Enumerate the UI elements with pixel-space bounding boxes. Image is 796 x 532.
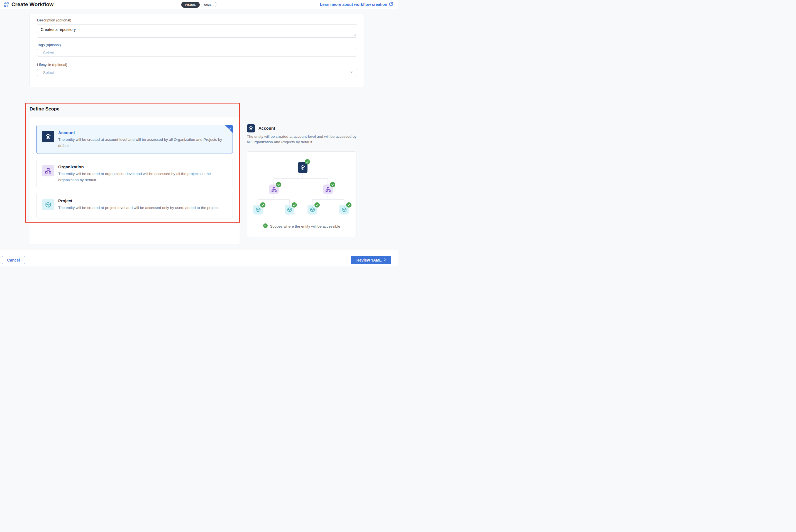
green-check-badge: [314, 202, 320, 208]
detail-title: Account: [258, 126, 275, 131]
visual-yaml-toggle: VISUAL YAML: [181, 2, 216, 7]
chevron-right-icon: [384, 258, 386, 262]
external-link-icon: [389, 2, 393, 7]
account-option-description: The entity will be created at account-le…: [58, 137, 229, 149]
scope-diagram-card: Scopes where the entity will be accessib…: [247, 151, 357, 237]
learn-more-label: Learn more about workflow creation: [320, 2, 387, 7]
description-field-wrap: Creates a repository: [37, 24, 357, 38]
layers-icon: [249, 126, 253, 131]
account-option-title: Account: [58, 130, 229, 135]
cube-icon: [310, 207, 315, 213]
green-check-badge: [263, 224, 268, 229]
review-yaml-button[interactable]: Review YAML: [351, 256, 391, 264]
scope-option-organization[interactable]: Organization The entity will be created …: [36, 159, 233, 188]
green-check-badge: [330, 182, 335, 187]
page-title: Create Workflow: [12, 1, 53, 7]
layers-icon: [300, 165, 306, 170]
tags-placeholder: - Select -: [41, 51, 56, 55]
lifecycle-placeholder: - Select -: [41, 70, 56, 75]
account-tile: [42, 131, 54, 142]
project-option-title: Project: [58, 198, 219, 203]
tags-select[interactable]: - Select -: [37, 49, 357, 56]
cube-icon: [287, 207, 292, 213]
cancel-button[interactable]: Cancel: [2, 256, 25, 264]
green-check-badge: [260, 202, 266, 208]
green-check-badge: [346, 202, 351, 208]
scope-option-account[interactable]: Account The entity will be created at ac…: [36, 125, 233, 154]
toggle-yaml[interactable]: YAML: [199, 2, 216, 7]
green-check-badge: [305, 159, 310, 165]
cube-icon: [45, 202, 52, 208]
cube-icon: [255, 207, 261, 213]
green-check-badge: [292, 202, 297, 208]
review-yaml-label: Review YAML: [357, 258, 382, 262]
toggle-visual[interactable]: VISUAL: [181, 2, 200, 8]
project-tile: [42, 199, 54, 210]
detail-account-tile: [247, 124, 255, 132]
check-icon: [229, 126, 232, 131]
workflow-icon: [4, 2, 10, 7]
lifecycle-select[interactable]: - Select -: [37, 69, 357, 76]
sitemap-icon: [45, 168, 52, 174]
layers-icon: [45, 133, 52, 140]
detail-description: The entity will be created at account-le…: [247, 134, 358, 145]
sitemap-icon: [325, 187, 331, 192]
sitemap-icon: [271, 187, 277, 192]
tags-label: Tags (optional): [37, 43, 61, 47]
header-bar: Create Workflow VISUAL YAML Learn more a…: [0, 0, 398, 9]
green-check-badge: [276, 182, 281, 187]
define-scope-heading: Define Scope: [30, 106, 60, 112]
description-input[interactable]: Creates a repository: [37, 24, 357, 38]
diagram-legend: Scopes where the entity will be accessib…: [247, 224, 357, 229]
organization-option-description: The entity will be created at organizati…: [58, 171, 229, 183]
legend-label: Scopes where the entity will be accessib…: [270, 224, 340, 228]
lifecycle-label: Lifecycle (optional): [37, 63, 67, 67]
create-workflow-page: Create Workflow VISUAL YAML Learn more a…: [0, 0, 398, 266]
scope-option-project[interactable]: Project The entity will be created at pr…: [36, 193, 233, 218]
chevron-down-icon: [350, 70, 354, 75]
description-label: Description (optional): [37, 18, 71, 22]
learn-more-link[interactable]: Learn more about workflow creation: [320, 2, 393, 7]
organization-option-title: Organization: [58, 165, 229, 169]
organization-tile: [42, 165, 54, 176]
footer-bar: Cancel Review YAML: [0, 250, 398, 266]
cube-icon: [342, 207, 347, 213]
project-option-description: The entity will be created at project-le…: [58, 205, 219, 211]
workflow-details-card: Description (optional) Creates a reposit…: [30, 14, 364, 88]
